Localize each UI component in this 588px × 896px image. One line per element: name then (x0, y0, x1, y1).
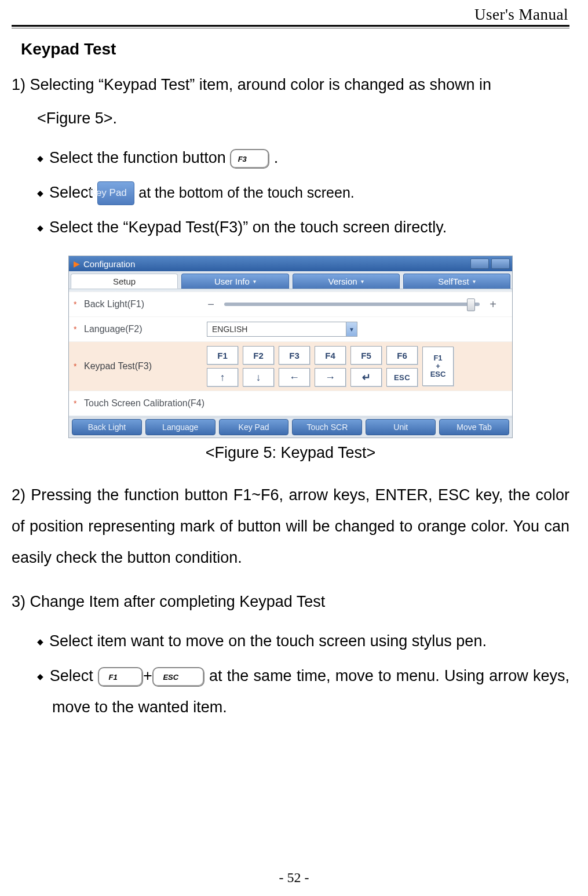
vkey-f6[interactable]: F6 (386, 346, 418, 365)
plus-text: + (143, 667, 152, 684)
step3-bullet1: ◆Select item want to move on the touch s… (37, 625, 569, 657)
chevron-down-icon[interactable]: ▼ (346, 322, 357, 336)
vkey-f1[interactable]: F1 (207, 346, 238, 365)
vkey-f5[interactable]: F5 (350, 346, 382, 365)
bullet-icon: ◆ (37, 154, 49, 163)
softkey-keypad[interactable]: Key Pad (219, 419, 289, 435)
row-backlight[interactable]: * Back Light(F1) − + (69, 292, 512, 316)
step2-paragraph: 2) Pressing the function button F1~F6, a… (12, 479, 569, 573)
softkey-movetab[interactable]: Move Tab (439, 419, 509, 435)
bullet-icon: ◆ (37, 188, 49, 198)
vkey-esc[interactable]: ESC (386, 368, 418, 387)
f1-keycap-inline: F1 (98, 667, 143, 687)
star-icon: * (74, 362, 84, 371)
step1-bullet1-post: . (274, 149, 279, 166)
titlebar-cap[interactable] (470, 258, 489, 269)
vkey-f1-plus-esc[interactable]: F1 + ESC (422, 347, 454, 386)
arrow-left-icon: ← (289, 371, 300, 384)
bullet-icon: ◆ (37, 223, 49, 232)
arrow-up-icon: ↑ (220, 371, 225, 384)
step3-bullet2: ◆Select F1+ESC at the same time, move to… (37, 660, 569, 723)
language-value: ENGLISH (212, 325, 247, 334)
row-label: Keypad Test(F3) (84, 361, 207, 371)
chevron-down-icon: ▾ (361, 278, 364, 285)
tab-setup[interactable]: Setup (71, 274, 178, 289)
arrow-right-icon: → (325, 371, 335, 384)
tab-version[interactable]: Version▾ (293, 274, 400, 289)
star-icon: * (74, 300, 84, 309)
esc-keycap-inline: ESC (152, 667, 204, 687)
step1-bullet2-post: at the bottom of the touch screen. (138, 184, 354, 201)
keypad-softkey-inline: Key Pad (97, 181, 134, 205)
vkey-f4[interactable]: F4 (315, 346, 346, 365)
device-screenshot: ▶ Configuration Setup User Info▾ Version… (68, 256, 513, 438)
softkey-unit[interactable]: Unit (366, 419, 436, 435)
vkey-f2[interactable]: F2 (243, 346, 274, 365)
softkey-backlight[interactable]: Back Light (72, 419, 142, 435)
vkey-down[interactable]: ↓ (243, 368, 274, 387)
tab-label: Version (328, 276, 357, 286)
star-icon: * (74, 399, 84, 408)
bullet-icon: ◆ (37, 672, 50, 681)
chevron-down-icon: ▾ (253, 278, 256, 285)
step1-bullet3-text: Select the “Keypad Test(F3)” on the touc… (49, 218, 447, 236)
backlight-slider[interactable] (224, 303, 480, 306)
row-language[interactable]: * Language(F2) ENGLISH ▼ (69, 316, 512, 341)
step1-intro-b: <Figure 5>. (37, 103, 569, 134)
tab-label: Setup (113, 276, 136, 286)
vkey-up[interactable]: ↑ (207, 368, 238, 387)
step1-intro-a: 1) Selecting “Keypad Test” item, around … (12, 69, 569, 100)
titlebar-cap[interactable] (491, 258, 510, 269)
step3-intro: 3) Change Item after completing Keypad T… (12, 586, 569, 617)
row-label: Back Light(F1) (84, 299, 207, 309)
device-titlebar: ▶ Configuration (69, 256, 512, 271)
tab-userinfo[interactable]: User Info▾ (181, 274, 288, 289)
vkey-enter[interactable]: ↵ (350, 368, 382, 387)
row-touch-calibration[interactable]: * Touch Screen Calibration(F4) (69, 391, 512, 416)
star-icon: * (74, 325, 84, 334)
step1-bullet3: ◆Select the “Keypad Test(F3)” on the tou… (37, 212, 569, 243)
titlebar-arrow-icon: ▶ (69, 259, 83, 268)
chevron-down-icon: ▾ (473, 278, 476, 285)
step1-bullet1-pre: Select the function button (49, 149, 230, 166)
vkey-right[interactable]: → (315, 368, 346, 387)
tab-label: User Info (214, 276, 250, 286)
bullet-icon: ◆ (37, 637, 49, 646)
step1-bullet2: ◆Select Key Pad at the bottom of the tou… (37, 177, 569, 208)
device-softkey-bar: Back Light Language Key Pad Touch SCR Un… (69, 417, 512, 438)
step3-bullet1-text: Select item want to move on the touch sc… (49, 632, 487, 650)
row-keypad-test[interactable]: * Keypad Test(F3) F1 F2 F3 F4 F5 F6 (69, 341, 512, 391)
arrow-down-icon: ↓ (256, 371, 261, 384)
language-select[interactable]: ENGLISH ▼ (207, 322, 357, 337)
step1-bullet1: ◆Select the function button F3 . (37, 142, 569, 173)
row-label: Language(F2) (84, 324, 207, 334)
f3-keycap-inline: F3 (230, 149, 269, 169)
device-tabs: Setup User Info▾ Version▾ SelfTest▾ (69, 271, 512, 289)
figure-caption: <Figure 5: Keypad Test> (12, 444, 569, 462)
softkey-language[interactable]: Language (145, 419, 216, 435)
tab-selftest[interactable]: SelfTest▾ (403, 274, 510, 289)
vkey-left[interactable]: ← (279, 368, 310, 387)
header-rule-thin (12, 28, 569, 28)
enter-icon: ↵ (362, 371, 371, 384)
row-label: Touch Screen Calibration(F4) (84, 398, 204, 409)
header-manual-title: User's Manual (12, 6, 569, 24)
minus-icon[interactable]: − (207, 298, 215, 311)
tab-label: SelfTest (438, 276, 469, 286)
page-number: - 52 - (0, 870, 588, 886)
slider-knob[interactable] (467, 298, 475, 311)
section-title: Keypad Test (21, 40, 569, 59)
device-title: Configuration (83, 259, 135, 269)
step3-bullet2-pre: Select (50, 667, 98, 684)
vkey-f3[interactable]: F3 (279, 346, 310, 365)
plus-icon[interactable]: + (489, 298, 497, 311)
header-rule-thick (12, 25, 569, 27)
softkey-touchscr[interactable]: Touch SCR (292, 419, 362, 435)
